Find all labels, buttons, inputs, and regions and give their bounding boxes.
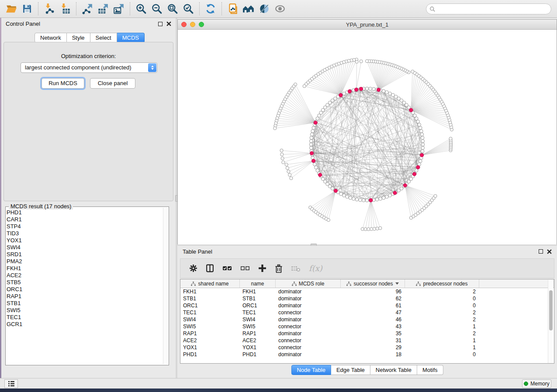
table-cell[interactable]: FKH1	[180, 289, 240, 295]
table-cell[interactable]: 29	[341, 344, 405, 351]
table-cell[interactable]: SWI4	[180, 316, 240, 323]
list-item[interactable]: STP4	[7, 223, 160, 230]
table-cell[interactable]: dominator	[276, 330, 341, 337]
tab-network-table[interactable]: Network Table	[370, 365, 417, 375]
tab-mcds[interactable]: MCDS	[117, 33, 145, 43]
table-cell[interactable]: connector	[276, 309, 341, 316]
table-cell[interactable]: TEC1	[240, 309, 276, 316]
duplicate-network-button[interactable]	[225, 2, 241, 16]
column-header-predecessor-nodes[interactable]: predecessor nodes	[405, 279, 479, 288]
table-cell[interactable]: SWI5	[180, 323, 240, 330]
table-cell[interactable]: RAP1	[180, 330, 240, 337]
list-item[interactable]: GCR1	[7, 321, 160, 328]
tab-edge-table[interactable]: Edge Table	[331, 365, 370, 375]
table-cell[interactable]: SWI4	[240, 316, 276, 323]
show-panels-button[interactable]	[4, 379, 18, 388]
table-cell[interactable]: 31	[341, 337, 405, 344]
mcds-list-scrollbar[interactable]	[163, 208, 168, 364]
table-cell[interactable]: 47	[341, 309, 405, 316]
table-cell[interactable]: TEC1	[180, 309, 240, 316]
zoom-in-button[interactable]	[133, 2, 149, 16]
first-neighbors-button[interactable]	[241, 2, 256, 16]
search-box[interactable]	[426, 3, 551, 14]
table-row[interactable]: ORC1ORC1dominator610	[180, 302, 554, 309]
table-cell[interactable]: PHD1	[180, 351, 240, 358]
tab-style[interactable]: Style	[67, 33, 90, 43]
table-cell[interactable]: connector	[276, 323, 341, 330]
table-cell[interactable]: 62	[341, 296, 405, 302]
tab-network[interactable]: Network	[35, 33, 67, 43]
list-item[interactable]: ORC1	[7, 286, 160, 293]
delete-column-button[interactable]	[275, 264, 283, 273]
table-cell[interactable]: YOX1	[240, 344, 276, 351]
column-header-name[interactable]: name	[240, 279, 276, 288]
column-header-mcds-role[interactable]: MCDS role	[276, 279, 341, 288]
select-all-button[interactable]	[222, 265, 232, 272]
float-panel-icon[interactable]	[158, 22, 163, 26]
table-cell[interactable]: 18	[341, 351, 405, 358]
table-row[interactable]: STB1STB1dominator620	[180, 295, 554, 302]
list-item[interactable]: TID3	[7, 230, 160, 237]
table-cell[interactable]: ORC1	[180, 303, 240, 309]
table-cell[interactable]: 0	[405, 303, 479, 309]
table-cell[interactable]: ACE2	[240, 337, 276, 344]
table-cell[interactable]: 46	[341, 316, 405, 323]
list-item[interactable]: ACE2	[7, 272, 160, 279]
table-cell[interactable]: 96	[341, 289, 405, 295]
open-session-button[interactable]	[3, 2, 19, 16]
table-row[interactable]: PHD1PHD1dominator180	[180, 351, 554, 358]
list-item[interactable]: YOX1	[7, 237, 160, 244]
list-item[interactable]: STB5	[7, 279, 160, 286]
close-table-panel-icon[interactable]	[547, 249, 552, 254]
add-column-button[interactable]	[258, 264, 266, 272]
table-cell[interactable]: SWI5	[240, 323, 276, 330]
list-item[interactable]: CAR1	[7, 216, 160, 223]
refresh-button[interactable]	[203, 2, 218, 16]
list-item[interactable]: PHD1	[7, 209, 160, 216]
close-window-icon[interactable]	[181, 22, 187, 27]
tab-select[interactable]: Select	[90, 33, 117, 43]
table-cell[interactable]: RAP1	[240, 330, 276, 337]
column-header-successor-nodes[interactable]: successor nodes	[341, 279, 405, 288]
table-settings-button[interactable]	[189, 264, 197, 272]
table-row[interactable]: ACE2ACE2connector311	[180, 337, 554, 344]
table-cell[interactable]: YOX1	[180, 344, 240, 351]
table-cell[interactable]: 2	[405, 330, 479, 337]
close-panel-button[interactable]: Close panel	[90, 78, 135, 89]
table-cell[interactable]: FKH1	[240, 289, 276, 295]
list-item[interactable]: STB1	[7, 300, 160, 307]
save-session-button[interactable]	[19, 2, 35, 16]
run-mcds-button[interactable]: Run MCDS	[42, 78, 84, 89]
list-item[interactable]: RAP1	[7, 293, 160, 300]
table-cell[interactable]: 1	[405, 337, 479, 344]
table-cell[interactable]: 2	[405, 289, 479, 295]
list-item[interactable]: SWI4	[7, 244, 160, 251]
table-row[interactable]: RAP1RAP1dominator352	[180, 330, 554, 337]
network-window-titlebar[interactable]: YPA_prune.txt_1	[178, 20, 557, 30]
list-item[interactable]: SRD1	[7, 251, 160, 258]
table-scrollbar-thumb[interactable]	[549, 290, 553, 330]
export-image-button[interactable]	[111, 2, 127, 16]
graphics-details-button[interactable]	[256, 2, 272, 16]
list-item[interactable]: SWI5	[7, 307, 160, 314]
table-cell[interactable]: connector	[276, 337, 341, 344]
fit-content-button[interactable]	[165, 2, 180, 16]
table-cell[interactable]: dominator	[276, 296, 341, 302]
table-cell[interactable]: dominator	[276, 316, 341, 323]
zoom-selected-button[interactable]	[180, 2, 196, 16]
table-cell[interactable]: dominator	[276, 351, 341, 358]
table-cell[interactable]: STB1	[240, 296, 276, 302]
table-row[interactable]: SWI4SWI4dominator462	[180, 316, 554, 323]
table-row[interactable]: SWI5SWI5connector431	[180, 323, 554, 330]
table-row[interactable]: TEC1TEC1connector472	[180, 309, 554, 316]
table-cell[interactable]: ACE2	[180, 337, 240, 344]
import-table-button[interactable]	[57, 2, 73, 16]
float-table-panel-icon[interactable]	[539, 249, 543, 254]
table-cell[interactable]: 35	[341, 330, 405, 337]
tab-node-table[interactable]: Node Table	[291, 365, 331, 375]
table-cell[interactable]: dominator	[276, 303, 341, 309]
table-scrollbar[interactable]	[548, 280, 553, 363]
table-cell[interactable]: 61	[341, 303, 405, 309]
deselect-all-button[interactable]	[240, 265, 250, 272]
zoom-out-button[interactable]	[149, 2, 165, 16]
